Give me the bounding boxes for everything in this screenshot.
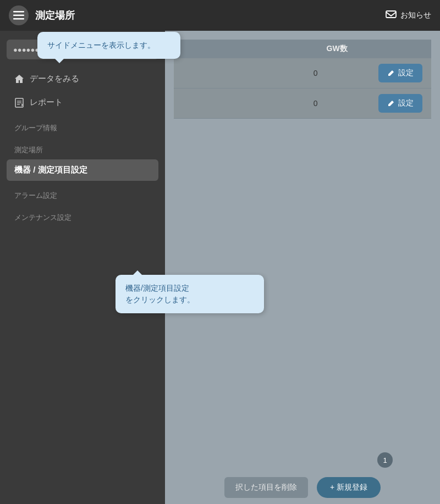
sidebar-item-data-label: データをみる xyxy=(30,74,79,84)
gw-count-header: GW数 xyxy=(183,44,422,54)
tooltip2-text: 機器/測定項目設定 をクリックします。 xyxy=(125,284,195,304)
tooltip1-text: サイドメニューを表示します。 xyxy=(47,41,155,49)
sidebar-section-alarm: アラーム設定 xyxy=(7,183,158,203)
delete-button[interactable]: 択した項目を削除 xyxy=(224,477,308,498)
sidebar-item-data[interactable]: データをみる xyxy=(7,68,158,90)
header: 測定場所 お知らせ xyxy=(0,0,440,31)
set-btn-label-1: 設定 xyxy=(398,68,414,78)
sidebar-section-group: グループ情報 xyxy=(7,115,158,135)
delete-btn-label: 択した項目を削除 xyxy=(235,483,297,491)
svg-rect-0 xyxy=(13,11,24,13)
set-btn-label-2: 設定 xyxy=(398,98,414,108)
tooltip-device-settings: 機器/測定項目設定 をクリックします。 xyxy=(116,275,264,313)
add-btn-label: + 新規登録 xyxy=(330,483,367,492)
add-button[interactable]: + 新規登録 xyxy=(317,477,381,498)
notification-icon xyxy=(385,10,397,21)
page-number[interactable]: 1 xyxy=(377,452,393,468)
table-area: GW数 0 設定 0 設定 xyxy=(165,31,440,128)
sidebar-item-device-settings[interactable]: 機器 / 測定項目設定 xyxy=(7,159,158,181)
sidebar-section-location: 測定場所 xyxy=(7,137,158,157)
table-row: 0 設定 xyxy=(174,58,431,88)
pagination: 1 xyxy=(377,452,393,468)
table-row: 0 設定 xyxy=(174,88,431,119)
edit-icon-2 xyxy=(387,99,395,107)
set-button-2[interactable]: 設定 xyxy=(378,94,422,113)
main-content: GW数 0 設定 0 設定 xyxy=(165,31,440,504)
svg-rect-1 xyxy=(13,15,24,16)
page-title: 測定場所 xyxy=(35,9,75,22)
svg-rect-2 xyxy=(13,18,24,20)
sidebar-item-report[interactable]: レポート xyxy=(7,92,158,113)
sidebar-section-maintenance: メンテナンス設定 xyxy=(7,205,158,225)
svg-rect-3 xyxy=(386,11,396,18)
notification-area[interactable]: お知らせ xyxy=(385,10,431,21)
table-header: GW数 xyxy=(174,40,431,58)
sidebar-item-device-settings-label: 機器 / 測定項目設定 xyxy=(14,165,87,175)
tooltip-sidemenu: サイドメニューを表示します。 xyxy=(37,32,180,59)
home-icon xyxy=(14,74,24,84)
set-button-1[interactable]: 設定 xyxy=(378,64,422,82)
row-gw-value-1: 0 xyxy=(183,69,327,77)
footer: 択した項目を削除 + 新規登録 xyxy=(165,471,440,504)
notification-label: お知らせ xyxy=(400,10,431,20)
sidebar-item-report-label: レポート xyxy=(30,97,63,108)
tooltip2-line1: 機器/測定項目設定 xyxy=(125,284,189,292)
row-gw-value-2: 0 xyxy=(183,99,327,108)
tooltip2-line2: をクリックします。 xyxy=(125,295,195,304)
report-icon xyxy=(14,98,24,108)
menu-button[interactable] xyxy=(9,5,29,25)
header-left: 測定場所 xyxy=(9,5,75,25)
sidebar-nav: データをみる レポート グループ情報 測定場所 機器 / 測定項目設定 アラーム… xyxy=(0,64,165,229)
edit-icon xyxy=(387,69,395,77)
